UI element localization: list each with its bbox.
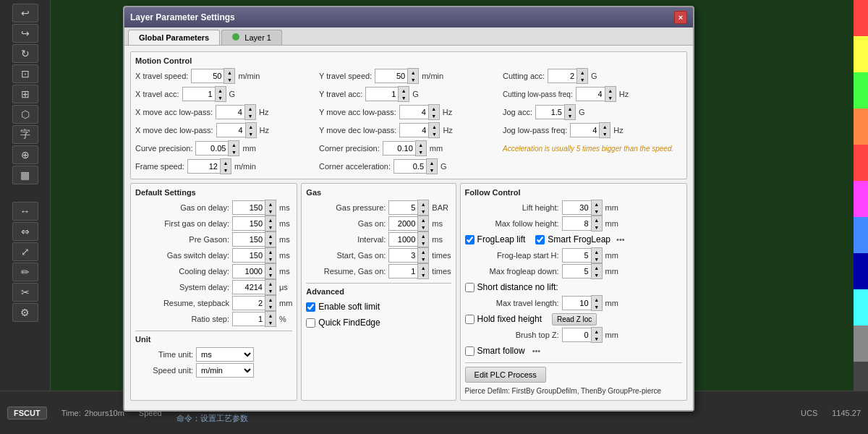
resume-stepback-label: Resume, stepback — [135, 299, 229, 307]
cutting-acc-up[interactable]: ▲ — [577, 69, 587, 76]
gas-pressure-label: Gas pressure: — [306, 203, 386, 212]
jog-acc-row: Jog acc: ▲ ▼ G — [503, 104, 682, 120]
ratio-step-row: Ratio step: ▲ ▼ % — [135, 311, 292, 327]
jog-low-pass-row: Jog low-pass freq: ▲ ▼ Hz — [503, 122, 682, 138]
lift-height-row: Lift height: ▲ ▼ mm — [465, 200, 682, 216]
quick-findedge-checkbox[interactable] — [306, 318, 315, 328]
start-gas-on-input[interactable] — [388, 248, 417, 263]
edit-plc-button[interactable]: Edit PLC Process — [465, 367, 546, 383]
jog-acc-input[interactable]: ▲ ▼ — [535, 104, 576, 120]
jog-low-pass-input[interactable]: ▲ ▼ — [570, 122, 610, 138]
y-travel-speed-down[interactable]: ▼ — [408, 76, 418, 83]
motion-control-section: Motion Control X travel speed: ▲ ▼ m/min — [130, 51, 687, 179]
smart-follow-more[interactable]: ••• — [532, 346, 541, 355]
short-distance-checkbox[interactable] — [465, 283, 475, 292]
curve-precision-input[interactable]: ▲ ▼ — [195, 140, 239, 156]
y-travel-acc-unit: G — [412, 90, 419, 98]
smart-frogleap-checkbox[interactable] — [535, 235, 545, 244]
pre-gason-input[interactable] — [232, 232, 265, 247]
lift-height-label: Lift height: — [465, 203, 559, 212]
smart-follow-checkbox[interactable] — [465, 346, 475, 356]
smart-frogleap-label: Smart FrogLeap — [548, 234, 610, 244]
system-delay-input[interactable] — [232, 280, 265, 294]
cutting-low-pass-down[interactable]: ▼ — [605, 94, 616, 101]
cooling-delay-row: Cooling delay: ▲ ▼ ms — [135, 263, 292, 279]
speed-unit-select[interactable]: m/min mm/s — [196, 363, 254, 378]
y-travel-acc-row: Y travel acc: ▲ ▼ G — [319, 86, 498, 102]
default-settings-section: Default Settings Gas on delay: ▲ ▼ ms — [130, 183, 297, 401]
speed-unit-label: Speed unit: — [135, 366, 193, 375]
y-move-acc-low-row: Y move acc low-pass: ▲ ▼ Hz — [319, 104, 498, 120]
gas-switch-delay-label: Gas switch delay: — [135, 251, 229, 260]
ratio-step-label: Ratio step: — [135, 315, 229, 323]
tab-global-parameters[interactable]: Global Parameters — [128, 30, 220, 45]
cutting-acc-input[interactable]: ▲ ▼ — [548, 68, 588, 84]
follow-control-section: Follow Control Lift height: ▲ ▼ mm — [460, 183, 687, 401]
enable-soft-limit-checkbox[interactable] — [306, 302, 315, 312]
resume-stepback-input[interactable] — [232, 296, 265, 310]
lift-height-input[interactable] — [562, 200, 591, 215]
max-follow-height-input[interactable] — [562, 216, 591, 231]
gas-on-delay-input[interactable] — [232, 200, 265, 215]
max-frogleap-down-input[interactable] — [562, 264, 591, 278]
tab-layer1[interactable]: Layer 1 — [221, 30, 282, 45]
cutting-acc-label: Cutting acc: — [503, 72, 545, 80]
brush-top-z-input[interactable] — [562, 328, 591, 342]
short-distance-row: Short distance no lift: — [465, 279, 682, 295]
x-travel-speed-down[interactable]: ▼ — [224, 76, 234, 83]
y-travel-acc-input[interactable]: ▲ ▼ — [365, 86, 409, 102]
time-unit-select[interactable]: ms s — [196, 347, 254, 362]
x-move-dec-low-input[interactable]: ▲ ▼ — [216, 122, 257, 138]
max-travel-length-input[interactable] — [562, 296, 591, 310]
frogleap-lift-checkbox[interactable] — [465, 235, 475, 244]
dialog: Layer Parameter Settings × Global Parame… — [123, 6, 694, 412]
corner-precision-input[interactable]: ▲ ▼ — [383, 140, 427, 156]
x-travel-acc-label: X travel acc: — [135, 90, 179, 98]
y-travel-speed-row: Y travel speed: ▲ ▼ m/min — [319, 68, 498, 84]
frogleap-start-h-input[interactable] — [562, 248, 591, 263]
x-travel-acc-unit: G — [229, 90, 236, 98]
motion-control-title: Motion Control — [135, 56, 682, 65]
y-travel-acc-up[interactable]: ▲ — [399, 87, 409, 94]
ratio-step-input[interactable] — [232, 312, 265, 326]
x-move-acc-low-row: X move acc low-pass: ▲ ▼ Hz — [135, 104, 315, 120]
cutting-acc-down[interactable]: ▼ — [577, 76, 587, 83]
gas-pressure-input[interactable] — [388, 200, 417, 215]
x-move-acc-low-label: X move acc low-pass: — [135, 108, 213, 116]
gas-title: Gas — [306, 188, 451, 197]
max-travel-length-label: Max travel length: — [465, 299, 559, 307]
corner-acc-input[interactable]: ▲ ▼ — [393, 158, 438, 174]
advanced-title: Advanced — [306, 287, 451, 296]
y-move-acc-low-input[interactable]: ▲ ▼ — [399, 104, 440, 120]
y-move-dec-low-input[interactable]: ▲ ▼ — [399, 122, 440, 138]
resume-stepback-row: Resume, stepback ▲ ▼ mm — [135, 295, 292, 311]
corner-precision-row: Corner precision: ▲ ▼ mm — [319, 140, 498, 156]
x-travel-speed-input[interactable]: ▲ ▼ — [191, 68, 235, 84]
cutting-low-pass-input[interactable]: ▲ ▼ — [576, 86, 616, 102]
dialog-close-button[interactable]: × — [674, 11, 687, 24]
x-travel-acc-down[interactable]: ▼ — [216, 94, 226, 101]
y-travel-speed-up[interactable]: ▲ — [408, 69, 418, 76]
x-travel-acc-input[interactable]: ▲ ▼ — [182, 86, 226, 102]
quick-findedge-label: Quick FindEdge — [318, 318, 380, 328]
resume-gas-on-input[interactable] — [388, 264, 417, 278]
cooling-delay-input[interactable] — [232, 264, 265, 278]
gas-switch-delay-input[interactable] — [232, 248, 265, 263]
hold-fixed-height-checkbox[interactable] — [465, 315, 475, 324]
short-distance-label: Short distance no lift: — [477, 282, 558, 292]
y-travel-speed-input[interactable]: ▲ ▼ — [375, 68, 419, 84]
y-travel-acc-down[interactable]: ▼ — [399, 94, 409, 101]
x-move-acc-low-input[interactable]: ▲ ▼ — [216, 104, 256, 120]
cutting-low-pass-up[interactable]: ▲ — [605, 87, 616, 94]
brush-top-z-row: Brush top Z: ▲ ▼ mm — [465, 327, 682, 343]
time-unit-row: Time unit: ms s — [135, 346, 292, 362]
frame-speed-input[interactable]: ▲ ▼ — [187, 158, 231, 174]
x-travel-speed-up[interactable]: ▲ — [224, 69, 234, 76]
first-gas-on-input[interactable] — [232, 216, 265, 231]
x-travel-acc-up[interactable]: ▲ — [216, 87, 226, 94]
read-z-loc-button[interactable]: Read Z loc — [552, 313, 597, 326]
frogleap-more-options[interactable]: ••• — [616, 235, 625, 244]
lower-sections: Default Settings Gas on delay: ▲ ▼ ms — [130, 183, 687, 404]
interval-input[interactable] — [388, 232, 417, 247]
gas-on-input[interactable] — [388, 216, 417, 231]
